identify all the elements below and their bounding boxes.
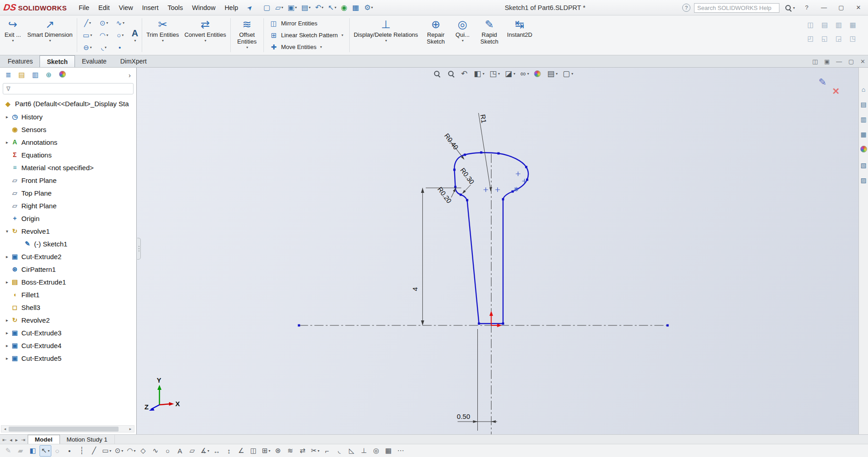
vertical-dimension-icon[interactable]: ↕ xyxy=(223,445,235,457)
search-options-chevron-icon[interactable]: ▾ xyxy=(793,6,795,10)
collapsed-toolbar-icon-4[interactable]: ▦ xyxy=(849,21,856,29)
tree-item-front-plane[interactable]: ▱ Front Plane xyxy=(0,174,136,187)
view-grid-icon[interactable]: ▦ xyxy=(351,3,362,13)
mirror-icon[interactable]: ◫ xyxy=(248,445,260,457)
tree-item-origin[interactable]: + Origin xyxy=(0,212,136,225)
hide-show-items-icon[interactable]: ∞ ▾ xyxy=(521,69,529,79)
slot-tool-icon[interactable]: ⊖ ▾ xyxy=(79,41,96,54)
view-palette-icon[interactable]: ▦ xyxy=(860,131,866,138)
tree-item-equations[interactable]: Σ Equations xyxy=(0,148,136,161)
dimension-height-4[interactable] xyxy=(422,188,461,325)
tree-item-shell3[interactable]: ◻ Shell3 xyxy=(0,301,136,314)
markup-pen-icon[interactable]: ✎ xyxy=(3,445,15,457)
ellipse-tool-icon[interactable]: ○ ▾ xyxy=(112,29,129,41)
line-icon[interactable]: ╱ xyxy=(89,445,100,457)
dimension-r020-text[interactable]: R0.20 xyxy=(436,186,453,205)
dimxpertmanager-tab-icon[interactable]: ⊕ xyxy=(46,71,52,79)
graphics-area[interactable]: 4 0.50 R xyxy=(137,68,858,434)
markup-highlight-icon[interactable]: ▰ xyxy=(15,445,27,457)
rectangle-icon[interactable]: ▭ ▾ xyxy=(101,445,113,457)
collapsed-toolbar-icon-5[interactable]: ◰ xyxy=(807,34,813,43)
convert-icon[interactable]: ⇄ xyxy=(297,445,309,457)
tree-item-revolve2[interactable]: ▸ ↻ Revolve2 xyxy=(0,314,136,326)
edit-appearance-icon[interactable] xyxy=(534,70,542,77)
tree-item-fillet1[interactable]: ◖ Fillet1 xyxy=(0,288,136,301)
text-icon[interactable]: A xyxy=(174,445,186,457)
tree-item-cut-extrude2[interactable]: ▸ ▣ Cut-Extrude2 xyxy=(0,250,136,263)
point-icon[interactable]: • xyxy=(64,445,76,457)
section-view-icon[interactable]: ◧ ▾ xyxy=(474,69,484,79)
chamfer-icon[interactable]: ◺ xyxy=(346,445,358,457)
confirm-sketch-icon[interactable]: ✎ xyxy=(818,77,827,88)
move-entities-button[interactable]: ✚ Move Entities ▾ xyxy=(268,42,345,53)
expand-arrow-icon[interactable]: ▸ xyxy=(4,254,10,259)
expand-arrow-icon[interactable]: ▸ xyxy=(4,343,10,348)
options-gear-icon[interactable]: ⚙ ▾ xyxy=(362,3,375,13)
panel-splitter-handle[interactable] xyxy=(137,238,141,260)
displaymanager-tab-icon[interactable] xyxy=(59,71,66,79)
open-icon[interactable]: ▱ ▾ xyxy=(273,3,285,13)
menu-item[interactable]: Help xyxy=(220,0,243,15)
construction-centerlines[interactable] xyxy=(299,154,668,434)
convert-entities-button[interactable]: ⇄ Convert Entities ▾ xyxy=(182,16,229,54)
collapsed-toolbar-icon-7[interactable]: ◲ xyxy=(835,34,842,43)
zoom-to-fit-icon[interactable] xyxy=(433,70,442,78)
tree-item-sensors[interactable]: ◉ Sensors xyxy=(0,123,136,136)
tree-item-right-plane[interactable]: ▱ Right Plane xyxy=(0,199,136,212)
quick-snaps-chevron-icon[interactable]: ▾ xyxy=(462,39,464,43)
exit-sketch-chevron-icon[interactable]: ▾ xyxy=(12,39,14,43)
arc-icon[interactable]: ◠ ▾ xyxy=(125,445,137,457)
quick-snaps-button[interactable]: ◎ Qui... ▾ xyxy=(451,16,474,54)
expand-arrow-icon[interactable]: ▸ xyxy=(4,140,10,145)
previous-view-icon[interactable]: ↶ xyxy=(461,69,469,79)
display-style-icon[interactable]: ◪ ▾ xyxy=(505,69,516,79)
select-cursor-icon[interactable]: ↖ ▾ xyxy=(326,3,338,13)
menu-item[interactable]: Tools xyxy=(163,0,188,15)
linear-pattern-icon[interactable]: ⊞ ▾ xyxy=(260,445,272,457)
menu-item[interactable]: Edit xyxy=(94,0,114,15)
extend-icon[interactable]: ⌐ xyxy=(322,445,333,457)
circle-tool-icon[interactable]: ⊙ ▾ xyxy=(96,17,112,29)
tree-item-annotations[interactable]: ▸ A Annotations xyxy=(0,136,136,148)
panel-horizontal-scrollbar[interactable]: ◂ ▸ xyxy=(1,425,134,432)
rapid-sketch-button[interactable]: ✎ Rapid Sketch xyxy=(474,16,504,54)
apply-scene-icon[interactable]: ▤ ▾ xyxy=(547,69,558,79)
save-icon[interactable]: ▣ ▾ xyxy=(286,3,298,13)
move-entities-chevron-icon[interactable]: ▾ xyxy=(320,45,322,49)
menu-item[interactable]: Insert xyxy=(138,0,163,15)
selection-filter-icon[interactable]: ◉ xyxy=(339,3,350,13)
pin-menu-icon[interactable]: ➤ xyxy=(245,3,254,12)
display-delete-relations-button[interactable]: ⊥ Display/Delete Relations ▾ xyxy=(351,16,421,54)
sketch-fillet-tool-icon[interactable]: ◟ ▾ xyxy=(96,41,112,54)
linear-sketch-pattern-button[interactable]: ⊞ Linear Sketch Pattern ▾ xyxy=(268,30,345,41)
tree-filter-box[interactable]: ∇ xyxy=(3,83,134,94)
exit-sketch-button[interactable]: ↪ Exit ... ▾ xyxy=(1,16,25,54)
tree-item-sketch1[interactable]: ✎ (-) Sketch1 xyxy=(0,237,136,250)
tree-item-history[interactable]: ▸ ◷ History xyxy=(0,110,136,123)
tree-item-cut-extrude4[interactable]: ▸ ▣ Cut-Extrude4 xyxy=(0,339,136,352)
trim-icon[interactable]: ✂ ▾ xyxy=(309,445,321,457)
snap-icon[interactable]: ◎ xyxy=(371,445,382,457)
tree-item-top-plane[interactable]: ▱ Top Plane xyxy=(0,187,136,199)
point-tool-icon[interactable]: • xyxy=(112,41,129,54)
minimize-button[interactable]: — xyxy=(817,2,831,14)
scrollbar-thumb[interactable] xyxy=(9,427,119,432)
custom-properties-icon[interactable]: ▨ xyxy=(860,177,866,184)
tree-item-cirpattern1[interactable]: ⊛ CirPattern1 xyxy=(0,263,136,275)
menu-item[interactable]: View xyxy=(114,0,138,15)
zoom-to-area-icon[interactable] xyxy=(447,70,456,78)
fillet-icon[interactable]: ◟ xyxy=(334,445,346,457)
rectangle-tool-icon[interactable]: ▭ ▾ xyxy=(79,29,96,41)
smart-dimension-chevron-icon[interactable]: ▾ xyxy=(49,39,51,43)
help-circle-icon[interactable]: ? xyxy=(682,4,690,12)
last-tab-icon[interactable]: ⇥ xyxy=(21,436,25,443)
tab-features[interactable]: Features xyxy=(1,55,40,67)
tree-item-part6[interactable]: ◆ Part6 (Default<<Default>_Display Sta xyxy=(0,97,136,110)
offset-icon[interactable]: ≋ xyxy=(285,445,297,457)
centerline-endpoint[interactable] xyxy=(666,324,669,327)
featuremanager-tab-icon[interactable]: ≣ xyxy=(5,71,11,79)
new-window-icon[interactable]: ◫ xyxy=(812,58,818,65)
scenes-icon[interactable]: ▧ xyxy=(860,162,866,169)
instant2d-button[interactable]: ↹ Instant2D xyxy=(504,16,535,54)
smart-dimension-icon[interactable]: ∡ ▾ xyxy=(199,445,211,457)
